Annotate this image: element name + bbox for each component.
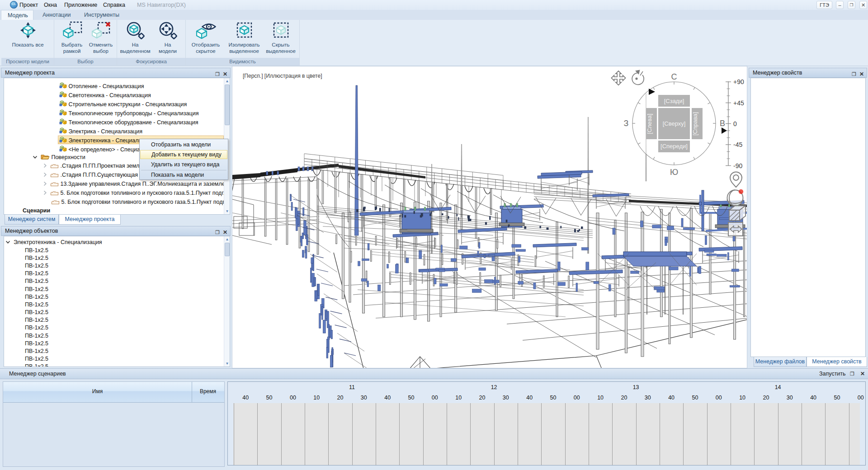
svg-text:[Спереди]: [Спереди] <box>660 143 688 150</box>
svg-text:+90: +90 <box>733 78 744 85</box>
svg-text:[Сверху]: [Сверху] <box>663 120 686 127</box>
svg-text:С: С <box>671 72 677 81</box>
svg-text:Ю: Ю <box>670 168 678 177</box>
svg-text:[Слева]: [Слева] <box>646 113 653 134</box>
svg-text:-45: -45 <box>733 141 742 148</box>
svg-text:0: 0 <box>733 120 737 127</box>
svg-text:-90: -90 <box>733 162 742 169</box>
svg-text:З: З <box>624 119 629 128</box>
svg-text:[Справа]: [Справа] <box>692 112 698 136</box>
svg-text:В: В <box>720 119 725 128</box>
svg-text:[Сзади]: [Сзади] <box>664 98 684 104</box>
svg-text:+45: +45 <box>733 99 744 107</box>
